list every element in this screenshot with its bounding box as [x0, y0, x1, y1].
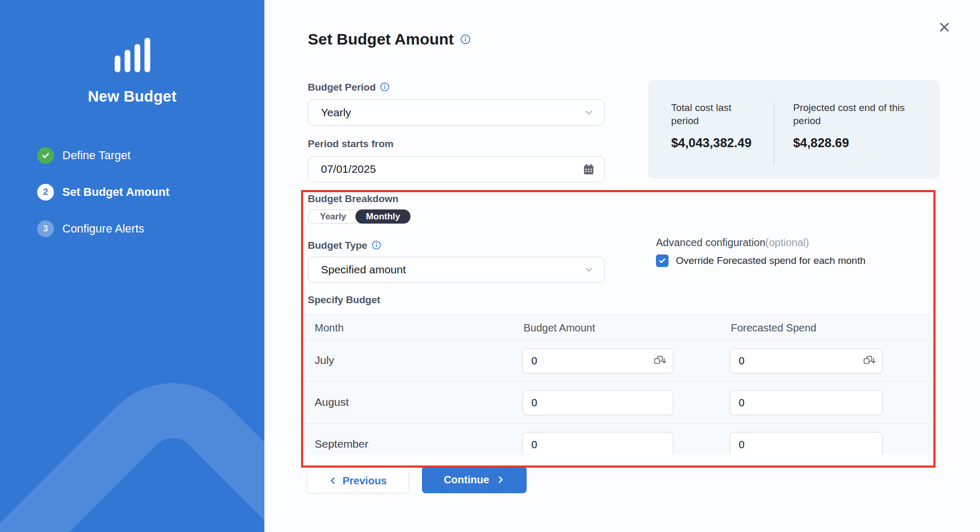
budget-period-label: Budget Period: [308, 82, 376, 93]
column-header-month: Month: [315, 322, 344, 334]
period-start-date-field: [308, 156, 605, 182]
budget-amount-input[interactable]: [531, 355, 653, 367]
decorative-ring: [0, 351, 264, 532]
month-label: August: [315, 396, 349, 408]
continue-button[interactable]: Continue: [422, 466, 527, 493]
advanced-config-title: Advanced configuration(optional): [656, 237, 809, 249]
info-icon[interactable]: [460, 34, 471, 45]
override-forecast-label: Override Forecasted spend for each month: [676, 255, 865, 267]
forecasted-spend-input[interactable]: [739, 355, 863, 367]
override-forecast-checkbox-row: Override Forecasted spend for each month: [656, 254, 865, 267]
forecasted-spend-field: [730, 390, 883, 415]
advanced-config-text: Advanced configuration: [656, 237, 765, 248]
specify-budget-label: Specify Budget: [308, 294, 380, 306]
budget-period-select[interactable]: Yearly: [308, 99, 605, 126]
summary-value: $4,043,382.49: [671, 136, 759, 150]
budget-amount-field: [522, 390, 673, 415]
budget-table-header: Month Budget Amount Forecasted Spend: [303, 315, 933, 340]
copy-down-icon[interactable]: [863, 356, 876, 366]
column-header-forecasted-spend: Forecasted Spend: [731, 322, 816, 334]
forecasted-spend-input[interactable]: [739, 397, 876, 409]
budget-period-value: Yearly: [321, 106, 351, 119]
wizard-steps: Define Target 2 Set Budget Amount 3 Conf…: [37, 147, 170, 257]
step-define-target[interactable]: Define Target: [37, 147, 170, 164]
step-complete-check-icon: [37, 147, 54, 164]
column-header-budget-amount: Budget Amount: [524, 322, 595, 334]
step-number-badge: 3: [37, 220, 54, 237]
chevron-down-icon: [584, 265, 594, 274]
step-label: Configure Alerts: [62, 222, 144, 236]
cost-summary-card: Total cost last period $4,043,382.49 Pro…: [648, 80, 940, 179]
previous-button[interactable]: Previous: [307, 468, 409, 493]
month-label: September: [315, 438, 369, 450]
info-icon[interactable]: [372, 240, 382, 251]
continue-label: Continue: [444, 474, 489, 486]
summary-value: $4,828.69: [793, 136, 914, 150]
copy-down-icon[interactable]: [653, 356, 666, 366]
forecasted-spend-input[interactable]: [739, 439, 876, 451]
budget-amount-field: [522, 348, 673, 373]
wizard-title: New Budget: [0, 88, 264, 105]
table-row-august: August: [303, 382, 933, 424]
page-title-row: Set Budget Amount: [308, 30, 471, 48]
period-starts-label: Period starts from: [308, 138, 394, 150]
budget-type-value: Specified amount: [321, 263, 406, 276]
wizard-sidebar: New Budget Define Target 2 Set Budget Am…: [0, 0, 264, 532]
chevron-right-icon: [496, 475, 505, 484]
bar-chart-icon: [115, 38, 150, 72]
chevron-left-icon: [329, 476, 337, 485]
step-number-badge: 2: [37, 184, 54, 201]
step-label: Define Target: [62, 149, 130, 162]
forecasted-spend-field: [730, 432, 883, 455]
advanced-config-optional: (optional): [765, 237, 809, 248]
budget-type-label-row: Budget Type: [308, 240, 382, 251]
toggle-option-monthly[interactable]: Monthly: [355, 209, 410, 224]
summary-divider: [774, 102, 774, 165]
step-set-budget-amount[interactable]: 2 Set Budget Amount: [37, 184, 170, 201]
table-row-september: September: [303, 424, 933, 455]
summary-label: Projected cost end of this period: [793, 101, 914, 127]
summary-label: Total cost last period: [671, 101, 759, 127]
period-start-date-input[interactable]: [321, 163, 583, 175]
override-forecast-checkbox[interactable]: [656, 254, 669, 267]
budget-period-label-row: Budget Period: [308, 82, 391, 93]
budget-breakdown-label: Budget Breakdown: [308, 193, 398, 205]
budget-type-label: Budget Type: [308, 240, 368, 251]
info-icon[interactable]: [380, 82, 391, 93]
summary-total-cost: Total cost last period $4,043,382.49: [671, 101, 759, 179]
page-title: Set Budget Amount: [308, 30, 454, 48]
previous-label: Previous: [342, 475, 386, 487]
step-configure-alerts[interactable]: 3 Configure Alerts: [37, 220, 170, 237]
toggle-option-yearly[interactable]: Yearly: [308, 212, 355, 222]
budget-amount-input[interactable]: [531, 439, 666, 451]
step-label: Set Budget Amount: [62, 185, 170, 199]
forecasted-spend-field: [730, 348, 883, 373]
budget-table: Month Budget Amount Forecasted Spend Jul…: [303, 314, 933, 455]
budget-breakdown-toggle[interactable]: Yearly Monthly: [308, 209, 410, 224]
summary-projected-cost: Projected cost end of this period $4,828…: [793, 101, 914, 179]
table-row-july: July: [303, 340, 933, 382]
chevron-down-icon: [584, 108, 594, 117]
budget-amount-input[interactable]: [531, 397, 666, 409]
calendar-icon[interactable]: [583, 163, 595, 175]
modal-body: Set Budget Amount Budget Period Yearly P…: [264, 0, 980, 532]
close-icon[interactable]: [936, 19, 953, 36]
budget-amount-field: [522, 432, 673, 455]
budget-type-select[interactable]: Specified amount: [308, 257, 605, 283]
month-label: July: [315, 354, 334, 367]
